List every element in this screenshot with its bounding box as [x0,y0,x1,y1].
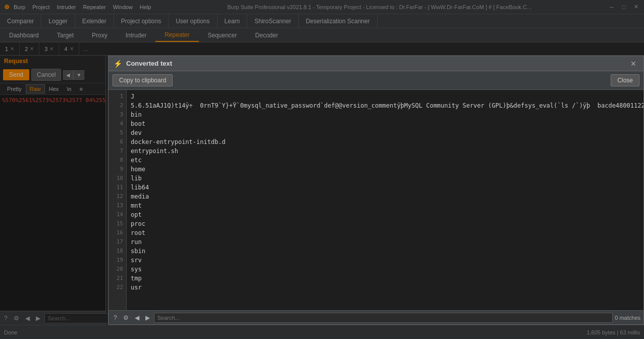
code-line: J [131,92,639,101]
code-line: lib64 [131,183,639,192]
line-number: 3 [112,110,123,119]
line-number: 11 [112,183,123,192]
line-number: 18 [112,247,123,256]
code-line: home [131,165,639,174]
code-line: sbin [131,247,639,256]
dialog-search-input[interactable] [154,313,613,323]
code-line: boot [131,119,639,128]
line-number: 9 [112,165,123,174]
dialog-close-button[interactable]: ✕ [628,60,638,68]
dialog-help-icon[interactable]: ? [112,313,119,322]
code-line: srv [131,256,639,265]
code-line: etc [131,156,639,165]
code-line: tmp [131,274,639,283]
dialog-title: Converted text [126,60,624,67]
line-number: 8 [112,156,123,165]
code-line: entrypoint.sh [131,147,639,156]
matches-count: 0 matches [615,315,640,321]
dialog-search-prev-icon[interactable]: ◀ [133,313,141,322]
line-number: 7 [112,147,123,156]
line-number: 12 [112,192,123,201]
dialog-header: ⚡ Converted text ✕ [109,56,643,71]
code-line: run [131,237,639,247]
dialog-icon: ⚡ [114,60,122,68]
line-number: 6 [112,137,123,147]
line-number: 22 [112,283,123,292]
code-line: root [131,228,639,237]
line-number: 13 [112,201,123,210]
line-number: 16 [112,228,123,237]
copy-to-clipboard-button[interactable]: Copy to clipboard [113,74,173,86]
code-line: mnt [131,201,639,210]
code-area: J5.6.51aAJ1Q)t14ÿ÷ 0rnT9`Y}+Ÿ`0mysql_nat… [127,90,643,310]
code-line: dev [131,128,639,137]
line-number: 15 [112,219,123,228]
dialog-toolbar: Copy to clipboard Close [109,71,643,90]
converted-text-dialog: ⚡ Converted text ✕ Copy to clipboard Clo… [108,56,644,325]
close-dialog-button[interactable]: Close [611,74,639,86]
line-number: 10 [112,174,123,183]
line-number: 17 [112,237,123,247]
code-line: sys [131,265,639,274]
code-line: docker-entrypoint-initdb.d [131,137,639,147]
dialog-bottom-bar: ? ⚙ ◀ ▶ 0 matches [109,310,643,324]
code-line: 5.6.51aAJ1Q)t14ÿ÷ 0rnT9`Y}+Ÿ`0mysql_nati… [131,101,639,110]
dialog-settings-icon[interactable]: ⚙ [121,313,131,322]
line-number: 1 [112,92,123,101]
line-number: 5 [112,128,123,137]
line-number: 14 [112,210,123,219]
code-line: lib [131,174,639,183]
line-number: 19 [112,256,123,265]
code-line: opt [131,210,639,219]
line-number: 20 [112,265,123,274]
dialog-search-next-icon[interactable]: ▶ [143,313,152,322]
code-line: proc [131,219,639,228]
code-line: media [131,192,639,201]
line-number: 21 [112,274,123,283]
code-line: usr [131,283,639,292]
line-numbers: 12345678910111213141516171819202122 [109,90,127,310]
code-line: bin [131,110,639,119]
line-number: 2 [112,101,123,110]
dialog-content: 12345678910111213141516171819202122 J5.6… [109,90,643,310]
line-number: 4 [112,119,123,128]
